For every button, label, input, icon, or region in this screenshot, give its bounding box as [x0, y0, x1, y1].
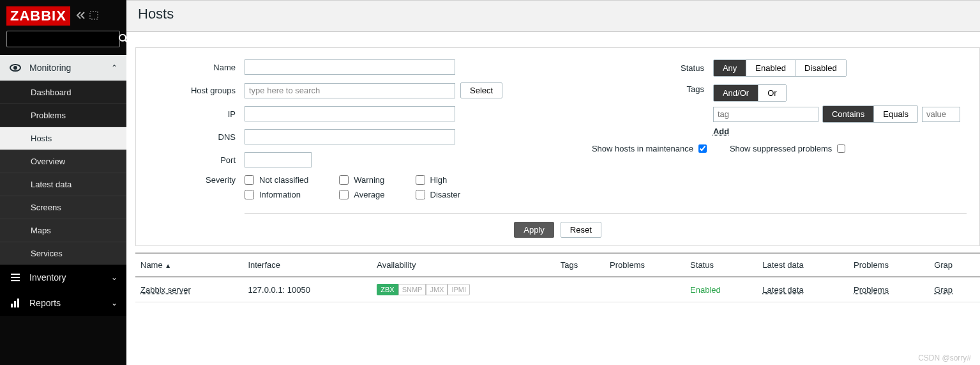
- status-any[interactable]: Any: [714, 60, 746, 76]
- label-dns: DNS: [136, 132, 245, 142]
- sidebar-item-latest-data[interactable]: Latest data: [0, 173, 126, 196]
- main: Hosts Name Host groups Select IP: [126, 0, 980, 365]
- suppressed-checkbox[interactable]: [837, 144, 845, 153]
- tag-value-input[interactable]: [922, 107, 960, 122]
- host-name-link[interactable]: Zabbix server: [140, 285, 191, 295]
- th-interface[interactable]: Interface: [243, 254, 372, 277]
- th-name[interactable]: Name ▲: [135, 254, 243, 277]
- search-wrap: [0, 31, 126, 55]
- th-graphs[interactable]: Grap: [929, 254, 980, 277]
- expand-icon[interactable]: [89, 11, 98, 22]
- svg-rect-10: [17, 299, 19, 307]
- cell-interface: 127.0.0.1: 10050: [243, 277, 372, 302]
- name-input[interactable]: [245, 59, 455, 75]
- tag-match-equals[interactable]: Equals: [874, 106, 917, 122]
- severity-warning[interactable]: Warning: [339, 175, 384, 185]
- logo[interactable]: ZABBIX: [6, 6, 70, 26]
- watermark: CSDN @sorry#: [918, 353, 971, 362]
- filter-left: Name Host groups Select IP DNS: [136, 59, 528, 207]
- severity-high[interactable]: High: [416, 175, 461, 185]
- th-availability[interactable]: Availability: [372, 254, 555, 277]
- host-groups-input[interactable]: [245, 83, 455, 98]
- tag-match-contains[interactable]: Contains: [823, 106, 874, 122]
- filter-actions: Apply Reset: [136, 214, 979, 238]
- tag-match-segment: Contains Equals: [822, 105, 918, 123]
- maintenance-checkbox[interactable]: [698, 144, 707, 153]
- th-latest-data[interactable]: Latest data: [757, 254, 848, 277]
- status-segment: Any Enabled Disabled: [713, 59, 847, 77]
- sort-asc-icon: ▲: [165, 262, 171, 269]
- select-button[interactable]: Select: [460, 82, 502, 98]
- cell-availability: ZBX SNMP JMX IPMI: [372, 277, 555, 302]
- graphs-link[interactable]: Grap: [934, 285, 953, 295]
- status-enabled[interactable]: Enabled: [746, 60, 795, 76]
- label-tags: Tags: [592, 84, 713, 94]
- cell-tags: [555, 277, 605, 302]
- sidebar-item-overview[interactable]: Overview: [0, 150, 126, 173]
- add-tag-link[interactable]: Add: [713, 127, 729, 136]
- nav-section-monitoring[interactable]: Monitoring ⌃: [0, 55, 126, 81]
- status-disabled[interactable]: Disabled: [795, 60, 846, 76]
- th-tags[interactable]: Tags: [555, 254, 605, 277]
- cell-problems: [605, 277, 685, 302]
- filter-box: Name Host groups Select IP DNS: [135, 47, 980, 246]
- svg-rect-8: [11, 304, 13, 307]
- avail-zbx: ZBX: [377, 284, 398, 295]
- avail-jmx: JMX: [426, 284, 448, 295]
- tag-mode-segment: And/Or Or: [713, 84, 787, 102]
- chevron-up-icon: ⌃: [111, 63, 117, 72]
- label-maintenance: Show hosts in maintenance: [592, 144, 693, 153]
- apply-button[interactable]: Apply: [514, 222, 554, 238]
- svg-point-1: [119, 35, 126, 41]
- filter-right: Status Any Enabled Disabled Tags And/Or: [592, 59, 979, 207]
- sidebar-item-maps[interactable]: Maps: [0, 219, 126, 242]
- avail-ipmi: IPMI: [448, 284, 470, 295]
- th-problems-link[interactable]: Problems: [848, 254, 929, 277]
- th-status[interactable]: Status: [685, 254, 757, 277]
- latest-data-link[interactable]: Latest data: [762, 285, 803, 295]
- tag-mode-andor[interactable]: And/Or: [714, 85, 758, 101]
- tag-name-input[interactable]: [713, 107, 818, 122]
- nav-section-label: Reports: [29, 298, 61, 308]
- label-severity: Severity: [136, 175, 245, 185]
- chevron-down-icon: ⌄: [111, 299, 117, 307]
- sidebar-item-dashboard[interactable]: Dashboard: [0, 81, 126, 104]
- chart-icon: [9, 297, 22, 309]
- severity-disaster[interactable]: Disaster: [416, 190, 461, 199]
- sidebar-top: ZABBIX: [0, 0, 126, 31]
- label-ip: IP: [136, 109, 245, 119]
- nav-section-inventory[interactable]: Inventory ⌄: [0, 265, 126, 290]
- sidebar-item-hosts[interactable]: Hosts: [0, 127, 126, 150]
- port-input[interactable]: [245, 152, 312, 167]
- svg-rect-0: [90, 12, 98, 19]
- severity-information[interactable]: Information: [245, 190, 308, 199]
- collapse-icon[interactable]: [75, 11, 86, 22]
- label-port: Port: [136, 155, 245, 165]
- page-header: Hosts: [126, 0, 980, 32]
- label-name: Name: [136, 63, 245, 72]
- content: Name Host groups Select IP DNS: [126, 32, 980, 302]
- search-box[interactable]: [6, 31, 120, 47]
- list-icon: [9, 271, 22, 284]
- dns-input[interactable]: [245, 129, 455, 144]
- problems-link[interactable]: Problems: [854, 285, 889, 295]
- eye-icon: [9, 61, 22, 74]
- hosts-table: Name ▲ Interface Availability Tags Probl…: [135, 252, 980, 302]
- avail-snmp: SNMP: [398, 284, 426, 295]
- tag-mode-or[interactable]: Or: [758, 85, 785, 101]
- svg-point-4: [13, 66, 17, 70]
- nav-section-reports[interactable]: Reports ⌄: [0, 290, 126, 316]
- severity-average[interactable]: Average: [339, 190, 384, 199]
- sidebar-item-services[interactable]: Services: [0, 242, 126, 265]
- search-input[interactable]: [11, 35, 118, 44]
- nav-items-monitoring: Dashboard Problems Hosts Overview Latest…: [0, 81, 126, 265]
- sidebar: ZABBIX Monitoring ⌃ Dashboard Problems H…: [0, 0, 126, 365]
- sidebar-item-screens[interactable]: Screens: [0, 196, 126, 219]
- svg-rect-9: [14, 301, 16, 307]
- severity-not-classified[interactable]: Not classified: [245, 175, 308, 185]
- reset-button[interactable]: Reset: [561, 222, 601, 238]
- th-problems[interactable]: Problems: [605, 254, 685, 277]
- chevron-down-icon: ⌄: [111, 273, 117, 282]
- ip-input[interactable]: [245, 106, 455, 121]
- sidebar-item-problems[interactable]: Problems: [0, 104, 126, 127]
